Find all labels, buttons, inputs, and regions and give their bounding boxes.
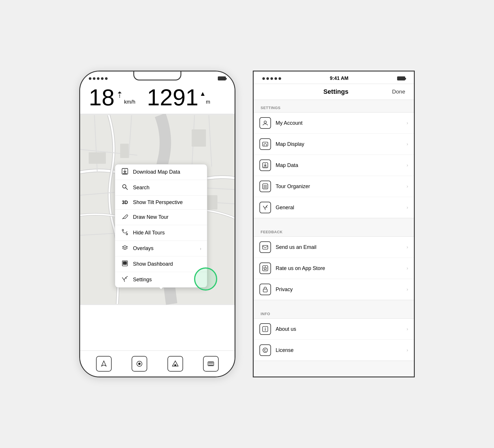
settings-group-info: About us › License › <box>254 318 414 361</box>
pen-icon <box>121 213 129 221</box>
menu-overlays[interactable]: Overlays › <box>115 241 207 256</box>
copyright-icon <box>259 344 271 356</box>
altitude-value: 1291 <box>147 86 198 109</box>
menu-search[interactable]: Search <box>115 180 207 196</box>
svg-line-17 <box>126 188 128 190</box>
svg-rect-11 <box>120 144 129 158</box>
general-icon <box>259 202 271 213</box>
time-left: 9:41 AM <box>153 76 172 81</box>
tab-tours[interactable] <box>167 356 183 372</box>
menu-show-dashboard[interactable]: Show Dashboard <box>115 256 207 272</box>
tab-list[interactable] <box>203 356 219 372</box>
settings-icon <box>121 276 129 284</box>
overlays-chevron-icon: › <box>200 246 201 251</box>
about-chevron-icon: › <box>407 326 408 332</box>
svg-point-25 <box>138 363 141 365</box>
left-phone: 9:41 AM 18 ⇡ km/h 1291 ▲ m <box>79 71 235 377</box>
battery-left <box>218 76 226 80</box>
settings-group-main: My Account › Map Display › <box>254 112 414 218</box>
tab-record[interactable] <box>132 356 147 372</box>
speed-unit: km/h <box>124 99 135 109</box>
svg-point-47 <box>263 348 268 352</box>
privacy-chevron-icon: › <box>407 287 408 292</box>
menu-show-tilt[interactable]: 3D Show Tilt Perspective <box>115 196 207 210</box>
settings-row-map-display[interactable]: Map Display › <box>254 134 414 155</box>
settings-content: SETTINGS My Account › <box>254 100 414 377</box>
svg-line-18 <box>122 219 123 219</box>
speed-value: 18 <box>89 86 115 109</box>
about-label: About us <box>276 326 407 332</box>
person-icon <box>259 117 271 129</box>
svg-point-19 <box>122 229 124 231</box>
menu-download-map-data[interactable]: Download Map Data <box>115 164 207 180</box>
show-dashboard-label: Show Dashboard <box>133 261 201 267</box>
green-action-button[interactable] <box>194 267 217 291</box>
svg-rect-33 <box>263 142 268 146</box>
map-display-chevron-icon: › <box>407 142 408 147</box>
menu-hide-all-tours[interactable]: Hide All Tours <box>115 225 207 241</box>
email-label: Send us an Email <box>276 244 407 250</box>
lock-icon <box>259 284 271 295</box>
search-label: Search <box>133 185 201 191</box>
tour-organizer-chevron-icon: › <box>407 184 408 189</box>
tour-organizer-label: Tour Organizer <box>276 183 407 190</box>
svg-marker-42 <box>263 267 267 270</box>
rate-label: Rate us on App Store <box>276 265 407 271</box>
menu-draw-new-tour[interactable]: Draw New Tour <box>115 210 207 225</box>
settings-row-rate[interactable]: Rate us on App Store › <box>254 258 414 279</box>
map-data-label: Map Data <box>276 162 407 168</box>
svg-marker-23 <box>102 361 106 366</box>
signal-dots-right <box>262 77 281 80</box>
status-bar-right: 9:41 AM <box>254 71 414 84</box>
svg-point-20 <box>126 234 128 235</box>
rate-chevron-icon: › <box>407 266 408 271</box>
settings-row-about[interactable]: About us › <box>254 319 414 340</box>
svg-rect-40 <box>263 245 268 249</box>
done-button[interactable]: Done <box>392 89 405 95</box>
download-icon <box>121 168 129 176</box>
route-icon <box>121 229 129 237</box>
settings-row-my-account[interactable]: My Account › <box>254 113 414 134</box>
star-icon <box>259 262 271 274</box>
settings-label: Settings <box>133 277 201 283</box>
status-bar-left: 9:41 AM <box>80 71 235 84</box>
download-map-data-label: Download Map Data <box>133 169 201 175</box>
license-label: License <box>276 347 407 353</box>
general-chevron-icon: › <box>407 205 408 210</box>
battery-right <box>397 76 405 80</box>
settings-row-map-data[interactable]: Map Data › <box>254 155 414 176</box>
section-header-info: INFO <box>254 306 414 318</box>
3d-icon: 3D <box>121 200 129 205</box>
tour-organizer-icon <box>259 181 271 192</box>
svg-rect-22 <box>123 262 127 265</box>
settings-row-privacy[interactable]: Privacy › <box>254 279 414 300</box>
hide-all-tours-label: Hide All Tours <box>133 230 201 236</box>
tab-bar <box>80 350 235 377</box>
svg-point-32 <box>264 121 266 123</box>
svg-rect-43 <box>263 289 267 292</box>
overlays-label: Overlays <box>133 245 200 251</box>
settings-row-license[interactable]: License › <box>254 340 414 361</box>
search-icon <box>121 184 129 192</box>
context-menu: Download Map Data Search 3D Show Tilt Pe… <box>115 164 207 288</box>
settings-row-email[interactable]: Send us an Email › <box>254 237 414 258</box>
svg-point-16 <box>123 185 126 188</box>
signal-dots <box>89 77 108 80</box>
dashboard-icon <box>121 260 129 268</box>
tab-navigate[interactable] <box>96 356 112 372</box>
settings-row-tour-organizer[interactable]: Tour Organizer › <box>254 176 414 197</box>
svg-rect-12 <box>192 129 206 146</box>
map-display-label: Map Display <box>276 141 407 147</box>
general-label: General <box>276 205 407 211</box>
map-area[interactable]: Download Map Data Search 3D Show Tilt Pe… <box>80 114 235 305</box>
section-header-settings: SETTINGS <box>254 100 414 112</box>
settings-row-general[interactable]: General › <box>254 197 414 218</box>
svg-rect-27 <box>174 364 176 366</box>
license-chevron-icon: › <box>407 348 408 353</box>
speed-altitude-bar: 18 ⇡ km/h 1291 ▲ m <box>80 84 235 114</box>
settings-group-feedback: Send us an Email › Rate us on App Store … <box>254 236 414 300</box>
section-header-feedback: FEEDBACK <box>254 224 414 236</box>
menu-settings[interactable]: Settings <box>115 272 207 287</box>
svg-rect-36 <box>263 184 268 189</box>
settings-header: Settings Done <box>254 84 414 100</box>
